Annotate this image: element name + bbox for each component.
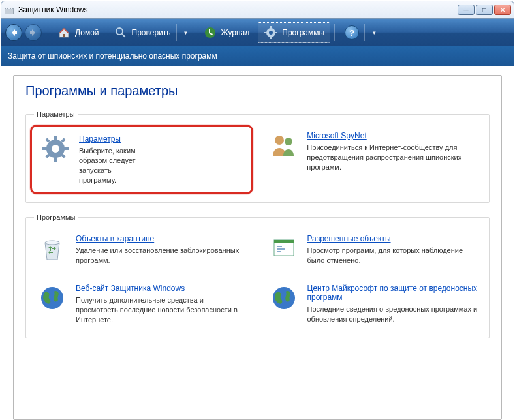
window-title: Защитник Windows — [18, 5, 458, 14]
svg-point-21 — [45, 241, 59, 245]
svg-rect-13 — [63, 147, 69, 150]
allowed-desc: Просмотр программ, для которых наблюдени… — [307, 246, 479, 265]
svg-rect-7 — [264, 32, 267, 33]
allowed-card: Разрешенные объекты Просмотр программ, д… — [266, 230, 482, 268]
quarantine-desc: Удаление или восстановление заблокирован… — [76, 246, 247, 265]
close-button[interactable]: ✕ — [494, 5, 511, 15]
settings-link[interactable]: Параметры — [79, 134, 121, 143]
chevron-down-icon: ▼ — [183, 30, 189, 36]
svg-rect-14 — [45, 138, 50, 142]
page-title: Программы и параметры — [25, 83, 490, 98]
journal-icon — [203, 25, 217, 40]
programs-legend: Программы — [34, 213, 78, 221]
journal-label: Журнал — [221, 28, 250, 37]
svg-rect-24 — [274, 240, 294, 243]
protection-card: Центр Майкрософт по защите от вредоносны… — [266, 280, 482, 327]
spynet-card: Microsoft SpyNet Присоединиться к Интерн… — [265, 127, 481, 192]
svg-rect-27 — [277, 251, 281, 252]
gear-icon — [40, 133, 71, 164]
maximize-button[interactable]: □ — [476, 5, 493, 15]
svg-point-19 — [275, 136, 284, 145]
window-controls: ─ □ ✕ — [458, 5, 511, 15]
svg-rect-6 — [270, 37, 272, 39]
website-card: Веб-сайт Защитника Windows Получить допо… — [34, 280, 250, 327]
home-button[interactable]: Домой — [51, 22, 105, 43]
search-icon — [114, 25, 128, 40]
help-button[interactable]: ? ▼ — [339, 21, 382, 44]
protection-link[interactable]: Центр Майкрософт по защите от вредоносны… — [307, 284, 479, 302]
sub-header-text: Защита от шпионских и потенциально опасн… — [8, 52, 217, 61]
forward-button[interactable] — [25, 24, 42, 41]
svg-rect-11 — [54, 157, 57, 162]
programs-group: Программы Объекты в карантине Удаление и… — [25, 213, 490, 338]
home-icon — [57, 25, 71, 40]
recycle-bin-icon — [37, 233, 68, 264]
separator — [176, 24, 177, 41]
programs-button[interactable]: Программы — [258, 22, 330, 43]
parameters-legend: Параметры — [34, 110, 78, 118]
svg-rect-0 — [63, 34, 65, 37]
protection-desc: Последние сведения о вредоносных програм… — [307, 305, 479, 324]
chevron-down-icon: ▼ — [371, 30, 377, 36]
svg-rect-16 — [61, 138, 65, 142]
allowed-link[interactable]: Разрешенные объекты — [307, 234, 391, 243]
back-button[interactable] — [5, 24, 22, 41]
svg-rect-25 — [277, 246, 282, 247]
spynet-desc: Присоединиться к Интернет-сообществу для… — [307, 143, 478, 172]
app-icon — [4, 5, 14, 15]
people-icon — [268, 130, 299, 161]
journal-button[interactable]: Журнал — [197, 22, 256, 43]
globe-icon — [268, 282, 300, 314]
svg-point-1 — [116, 28, 123, 35]
svg-point-20 — [285, 138, 292, 145]
quarantine-link[interactable]: Объекты в карантине — [76, 234, 154, 243]
svg-rect-26 — [277, 248, 285, 250]
globe-icon — [37, 282, 68, 314]
svg-rect-10 — [54, 136, 57, 141]
content-area: Программы и параметры Параметры Параметр… — [1, 66, 514, 420]
minimize-button[interactable]: ─ — [458, 5, 475, 15]
check-button[interactable]: Проверить ▼ — [108, 21, 195, 44]
svg-rect-5 — [270, 26, 272, 29]
home-label: Домой — [75, 28, 99, 37]
settings-desc: Выберите, каким образом следует запускат… — [79, 146, 139, 185]
svg-point-18 — [52, 145, 59, 153]
programs-label: Программы — [282, 28, 324, 37]
window-icon — [268, 233, 300, 264]
titlebar: Защитник Windows ─ □ ✕ — [1, 1, 514, 19]
quarantine-card: Объекты в карантине Удаление или восстан… — [34, 230, 250, 268]
app-window: { "titlebar": { "title": "Защитник Windo… — [0, 0, 515, 420]
website-desc: Получить дополнительные средства и просм… — [76, 295, 247, 325]
website-link[interactable]: Веб-сайт Защитника Windows — [76, 284, 185, 293]
svg-point-4 — [269, 31, 273, 35]
spynet-link[interactable]: Microsoft SpyNet — [307, 131, 366, 140]
sub-header: Защита от шпионских и потенциально опасн… — [1, 46, 514, 66]
gear-icon — [264, 25, 278, 40]
main-panel: Программы и параметры Параметры Параметр… — [13, 75, 502, 420]
help-icon: ? — [345, 25, 359, 40]
check-label: Проверить — [132, 28, 171, 37]
parameters-group: Параметры Параметры Выберите, каким обра… — [25, 110, 490, 203]
svg-rect-8 — [275, 32, 277, 33]
settings-card: Параметры Выберите, каким образом следуе… — [37, 130, 142, 187]
toolbar: Домой Проверить ▼ Журнал Программы ? ▼ — [1, 19, 514, 46]
separator — [334, 24, 335, 41]
separator — [364, 24, 365, 41]
svg-rect-12 — [42, 147, 48, 150]
highlight-box: Параметры Выберите, каким образом следуе… — [30, 125, 253, 194]
